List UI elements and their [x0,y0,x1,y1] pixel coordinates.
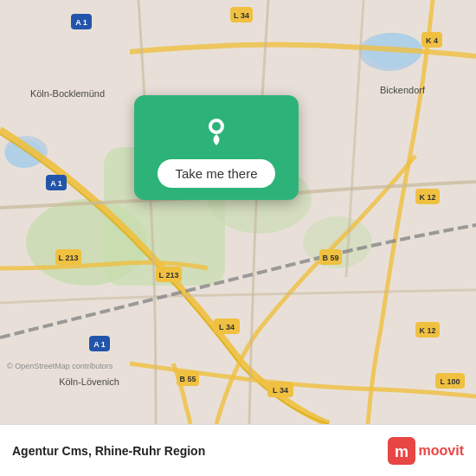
svg-text:A 1: A 1 [93,340,106,349]
svg-text:A 1: A 1 [50,179,62,188]
map-svg: A 1 L 34 K 4 A 1 L L 213 L 213 L 34 B 55… [0,0,476,424]
moovit-icon: m [388,437,415,465]
svg-text:B 59: B 59 [322,254,338,262]
svg-text:L 34: L 34 [234,11,249,20]
location-pin-icon [197,111,235,149]
svg-text:K 12: K 12 [419,326,435,335]
svg-text:L 100: L 100 [441,377,460,386]
svg-text:m: m [395,443,408,460]
svg-text:Köln-Bocklemünd: Köln-Bocklemünd [30,88,105,99]
popup-card: Take me there [134,95,299,200]
moovit-logo: m moovit [388,437,464,465]
svg-text:L 213: L 213 [59,254,79,262]
svg-text:K 4: K 4 [426,36,438,45]
map-attribution: © OpenStreetMap contributors [7,362,113,370]
svg-text:Bickendorf: Bickendorf [380,85,426,95]
svg-text:Köln-Lövenich: Köln-Lövenich [59,376,119,387]
take-me-there-button[interactable]: Take me there [158,159,274,188]
map-container: A 1 L 34 K 4 A 1 L L 213 L 213 L 34 B 55… [0,0,476,424]
svg-text:K 12: K 12 [419,193,435,202]
svg-text:L 34: L 34 [219,323,235,331]
svg-text:A 1: A 1 [75,18,87,27]
svg-text:B 55: B 55 [179,375,196,383]
location-name: Agentur Cms, Rhine-Ruhr Region [12,444,205,458]
location-info: Agentur Cms, Rhine-Ruhr Region [12,444,205,458]
bottom-bar: Agentur Cms, Rhine-Ruhr Region m moovit [0,424,476,476]
svg-text:L 213: L 213 [159,271,179,280]
moovit-brand-text: moovit [419,443,464,459]
svg-point-44 [212,122,221,131]
svg-text:L 34: L 34 [273,386,288,395]
